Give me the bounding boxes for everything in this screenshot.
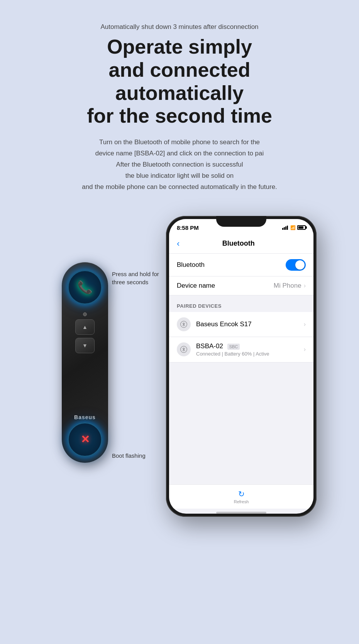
small-dot (83, 312, 87, 316)
paired-devices-header: PAIRED DEVICES (169, 295, 313, 312)
notch (216, 216, 266, 227)
top-section: Automatically shut down 3 minutes after … (44, 23, 315, 193)
device-name-1: Baseus Encok S17 (196, 320, 298, 328)
device-area: Press and hold for three seconds Boot fl… (42, 251, 166, 482)
status-icons: 📶 (282, 225, 306, 230)
x-icon: ✕ (81, 433, 90, 446)
device-name-label: Device name (177, 282, 215, 290)
settings-content: Bluetooth Device name Mi Phone › PAIRED … (169, 254, 313, 484)
device-info-1: Baseus Encok S17 (196, 320, 298, 328)
signal-bar-2 (284, 227, 285, 230)
paired-device-row-2[interactable]: BSBA-02 SBC Connected | Battery 60% | Ac… (169, 337, 313, 362)
phone-icon: 📞 (77, 280, 93, 295)
battery-icon (297, 225, 306, 230)
back-arrow[interactable]: ‹ (177, 239, 180, 249)
volume-down-button[interactable]: ▼ (75, 338, 95, 353)
baseus-device: 📞 ▲ ▼ Baseus ✕ (62, 262, 108, 463)
status-time: 8:58 PM (177, 224, 199, 231)
subtitle: Automatically shut down 3 minutes after … (44, 23, 315, 31)
wifi-icon: 📶 (290, 225, 296, 230)
paired-device-row[interactable]: Baseus Encok S17 › (169, 312, 313, 337)
phone-bottom: ↻ Refresh (169, 484, 313, 509)
phone-screen: 8:58 PM 📶 ‹ B (169, 219, 313, 514)
top-call-button[interactable]: 📞 (68, 270, 102, 305)
signal-bars (282, 226, 288, 230)
refresh-icon[interactable]: ↻ (238, 489, 245, 499)
device-icon-2 (177, 342, 191, 356)
chevron-right-device2: › (304, 346, 306, 353)
signal-bar-1 (282, 228, 283, 230)
main-title: Operate simplyand connected automaticall… (44, 35, 315, 128)
bluetooth-toggle[interactable] (286, 259, 306, 271)
bluetooth-toggle-row: Bluetooth (169, 254, 313, 276)
bluetooth-label: Bluetooth (177, 261, 205, 269)
chevron-right-icon: › (304, 282, 306, 289)
volume-up-button[interactable]: ▲ (75, 319, 95, 335)
signal-bar-4 (287, 226, 288, 230)
bottom-section: Press and hold for three seconds Boot fl… (15, 216, 344, 517)
annotation-boot: Boot flashing (112, 452, 146, 459)
nav-bar: ‹ Bluetooth (169, 234, 313, 254)
battery-fill (298, 226, 303, 229)
bottom-x-button[interactable]: ✕ (68, 422, 102, 457)
phone-mockup: 8:58 PM 📶 ‹ B (166, 216, 317, 517)
middle-controls: ▲ ▼ (75, 312, 95, 353)
device-name-2: BSBA-02 SBC (196, 342, 298, 350)
device-status-2: Connected | Battery 60% | Active (196, 351, 298, 357)
device-icon-1 (177, 317, 191, 331)
brand-label: Baseus (74, 414, 96, 420)
refresh-label: Refresh (234, 499, 249, 504)
chevron-right-device1: › (304, 321, 306, 328)
device-body: 📞 ▲ ▼ Baseus ✕ (62, 262, 108, 463)
device-info-2: BSBA-02 SBC Connected | Battery 60% | Ac… (196, 342, 298, 357)
home-indicator (216, 512, 266, 514)
nav-title: Bluetooth (184, 239, 293, 248)
sbc-badge: SBC (227, 344, 240, 350)
device-name-value: Mi Phone › (274, 282, 306, 290)
annotation-press: Press and hold for three seconds (112, 270, 166, 286)
device-name-row[interactable]: Device name Mi Phone › (169, 276, 313, 295)
signal-bar-3 (285, 226, 286, 230)
description: Turn on the Bluetooth of mobile phone to… (44, 137, 315, 192)
